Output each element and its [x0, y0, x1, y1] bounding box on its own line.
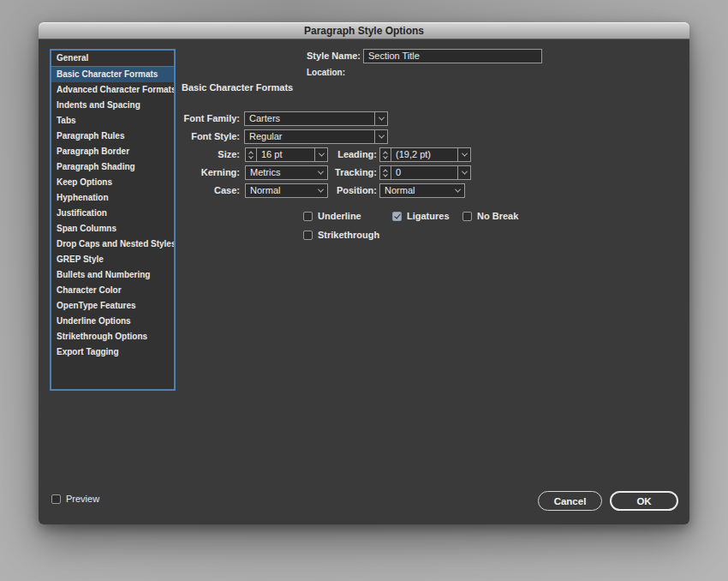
- leading-value[interactable]: (19,2 pt): [391, 148, 457, 161]
- sidebar-item-justification[interactable]: Justification: [51, 206, 174, 221]
- ok-button[interactable]: OK: [610, 491, 678, 511]
- tracking-label: Tracking:: [291, 165, 377, 180]
- font-family-select[interactable]: Carters: [244, 111, 388, 126]
- panel-section-title: Basic Character Formats: [182, 82, 293, 93]
- font-family-label: Font Family:: [120, 111, 240, 126]
- sidebar-item-strikethrough-options[interactable]: Strikethrough Options: [51, 329, 174, 344]
- underline-checkbox-item[interactable]: Underline: [303, 211, 361, 221]
- sidebar-item-underline-options[interactable]: Underline Options: [51, 314, 174, 329]
- leading-label: Leading:: [291, 147, 377, 162]
- sidebar-item-basic-character-formats[interactable]: Basic Character Formats: [51, 66, 174, 82]
- chevron-down-icon[interactable]: [457, 148, 470, 161]
- sidebar-item-span-columns[interactable]: Span Columns: [51, 221, 174, 237]
- chevron-down-icon: [461, 169, 467, 175]
- tracking-value[interactable]: 0: [391, 166, 457, 179]
- kerning-label: Kerning:: [120, 165, 240, 180]
- tracking-combo[interactable]: 0: [379, 165, 471, 180]
- style-name-label: Style Name:: [287, 49, 361, 63]
- style-name-input[interactable]: Section Title: [363, 49, 542, 63]
- no-break-checkbox-item[interactable]: No Break: [462, 211, 518, 221]
- chevron-down-icon: [378, 133, 384, 139]
- leading-stepper[interactable]: [380, 148, 391, 161]
- chevron-down-icon[interactable]: [374, 112, 387, 125]
- sidebar-item-general[interactable]: General: [51, 51, 174, 66]
- desktop: { "window": { "title": "Paragraph Style …: [0, 0, 728, 581]
- chevron-down-icon[interactable]: [374, 130, 387, 143]
- sidebar-item-character-color[interactable]: Character Color: [51, 283, 174, 298]
- strikethrough-label: Strikethrough: [318, 230, 379, 240]
- font-style-select[interactable]: Regular: [244, 129, 388, 144]
- sidebar-item-opentype-features[interactable]: OpenType Features: [51, 298, 174, 314]
- position-select[interactable]: Normal: [379, 183, 465, 198]
- dialog-title: Paragraph Style Options: [304, 25, 424, 37]
- chevron-down-icon: [378, 115, 384, 121]
- underline-checkbox[interactable]: [303, 212, 313, 221]
- location-label: Location:: [278, 68, 345, 78]
- chevron-down-icon: [461, 151, 467, 157]
- sidebar-item-grep-style[interactable]: GREP Style: [51, 252, 174, 267]
- ligatures-checkbox-item[interactable]: Ligatures: [392, 211, 450, 221]
- font-family-value: Carters: [245, 112, 374, 125]
- chevron-down-icon[interactable]: [457, 166, 470, 179]
- chevron-down-icon[interactable]: [451, 184, 464, 197]
- sidebar-item-drop-caps-and-nested-styles[interactable]: Drop Caps and Nested Styles: [51, 237, 174, 252]
- strikethrough-checkbox-item[interactable]: Strikethrough: [303, 230, 379, 240]
- sidebar-item-advanced-character-formats[interactable]: Advanced Character Formats: [51, 82, 174, 98]
- preview-checkbox[interactable]: [51, 494, 61, 504]
- chevron-down-icon: [455, 187, 461, 193]
- no-break-label: No Break: [477, 211, 518, 221]
- preview-label: Preview: [66, 494, 99, 504]
- style-options-list: GeneralBasic Character FormatsAdvanced C…: [50, 49, 176, 391]
- leading-combo[interactable]: (19,2 pt): [379, 147, 471, 162]
- no-break-checkbox[interactable]: [462, 212, 472, 221]
- font-style-value: Regular: [245, 130, 374, 143]
- cancel-button[interactable]: Cancel: [538, 491, 602, 511]
- sidebar-item-export-tagging[interactable]: Export Tagging: [51, 344, 174, 360]
- underline-label: Underline: [318, 211, 361, 221]
- sidebar-item-bullets-and-numbering[interactable]: Bullets and Numbering: [51, 267, 174, 283]
- position-value: Normal: [380, 184, 451, 197]
- size-label: Size:: [120, 147, 240, 162]
- preview-checkbox-item[interactable]: Preview: [51, 494, 99, 504]
- strikethrough-checkbox[interactable]: [303, 231, 313, 240]
- tracking-stepper[interactable]: [380, 166, 391, 179]
- font-style-label: Font Style:: [120, 129, 240, 144]
- position-label: Position:: [291, 183, 377, 198]
- paragraph-style-options-dialog: Paragraph Style Options GeneralBasic Cha…: [39, 22, 689, 524]
- ligatures-label: Ligatures: [407, 211, 450, 221]
- dialog-titlebar[interactable]: Paragraph Style Options: [39, 22, 689, 39]
- size-stepper[interactable]: [246, 148, 257, 161]
- case-label: Case:: [120, 183, 240, 198]
- ligatures-checkbox[interactable]: [392, 212, 402, 221]
